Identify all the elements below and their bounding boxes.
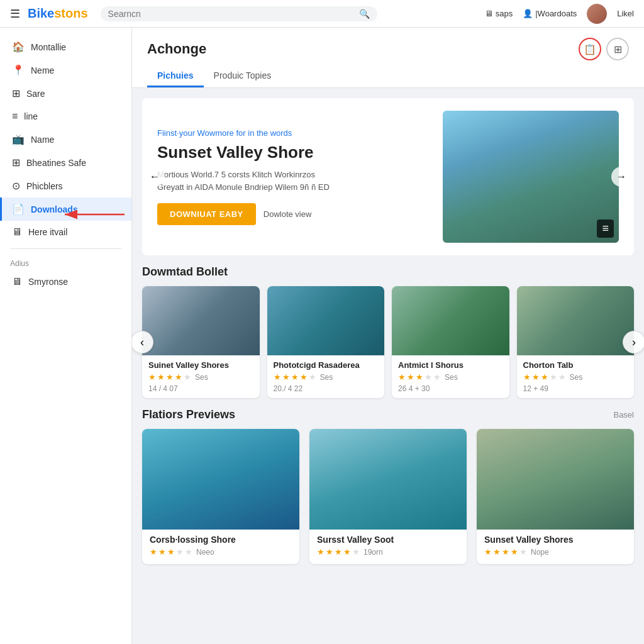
hero-prev-button[interactable]: ← <box>145 167 165 187</box>
card-3-stars: ★★★★★ Ses <box>398 372 503 382</box>
sidebar-item-line[interactable]: ≡ line <box>0 105 131 128</box>
card-1-title: Suinet Valley Shores <box>148 360 253 370</box>
grid-icon: ⊞ <box>12 87 20 99</box>
home-icon: 🏠 <box>12 41 25 53</box>
cards-row: Suinet Valley Shores ★★★★★ Ses 14 / 4 07… <box>142 286 634 398</box>
download-button[interactable]: DOWNIUAT EABY <box>157 203 256 225</box>
preview-2-title: Sursst Valley Soot <box>317 535 459 545</box>
card-4-title: Chorton Talb <box>523 360 628 370</box>
tabs: Pichuies Produic Topies <box>147 65 629 87</box>
sidebar-item-here-itvail[interactable]: 🖥 Here itvail <box>0 221 131 243</box>
sidebar-item-sare[interactable]: ⊞ Sare <box>0 82 131 105</box>
tv-icon: 📺 <box>12 133 25 145</box>
preview-3-stars: ★★★★★ Nope <box>484 547 626 557</box>
sidebar-item-phicblers[interactable]: ⊙ Phicblers <box>0 174 131 197</box>
card-1-stars: ★★★★★ Ses <box>148 372 253 382</box>
previews-row: Corsb·lossing Shore ★★★★★ Neeo Sursst Va… <box>142 429 634 564</box>
card-3-meta: 26 4 + 30 <box>398 384 503 393</box>
preview-1-title: Corsb·lossing Shore <box>150 535 292 545</box>
search-input[interactable] <box>108 9 359 19</box>
hero-description: Mortious World.7 5 corsts Klitch Workinr… <box>157 169 428 193</box>
header: ☰ Bikestons 🔍 🖥 saps 👤 |Woardoats Likel <box>0 0 644 28</box>
lines-icon: ≡ <box>12 111 18 122</box>
sidebar-section-adius: Adius <box>0 254 131 270</box>
person-icon: 👤 <box>523 9 533 18</box>
woardoats-link[interactable]: 👤 |Woardoats <box>523 9 577 18</box>
sidebar-item-bheatines-safe[interactable]: ⊞ Bheatines Safe <box>0 151 131 174</box>
cards-wrapper: ‹ Suinet Valley Shores ★★★★★ Ses 14 / 4 … <box>142 286 634 398</box>
sidebar-item-label: Neme <box>31 65 54 75</box>
sidebar-item-label: Montallie <box>31 42 66 52</box>
preview-card-1[interactable]: Corsb·lossing Shore ★★★★★ Neeo <box>142 429 299 564</box>
sidebar-divider <box>10 248 121 249</box>
flat-previews-link[interactable]: Basel <box>613 410 634 419</box>
page-title: Achonge <box>147 41 206 57</box>
download-bollet-section: Dowmtad Bollet ‹ Suinet Valley Shores ★★… <box>142 265 634 398</box>
sidebar-item-label: Name <box>31 135 54 145</box>
page-header-actions: 📋 ⊞ <box>579 38 629 60</box>
hero-section: ← Fiinst·your Wowmore for in the words S… <box>142 98 634 255</box>
preview-3-title: Sunset Valley Shores <box>484 535 626 545</box>
card-4-meta: 12 + 49 <box>523 384 628 393</box>
tab-product-topics[interactable]: Produic Topies <box>204 65 282 87</box>
tab-pictures[interactable]: Pichuies <box>147 65 204 87</box>
header-right: 🖥 saps 👤 |Woardoats Likel <box>485 4 634 24</box>
preview-1-stars: ★★★★★ Neeo <box>150 547 292 557</box>
card-2-meta: 20./ 4 22 <box>274 384 379 393</box>
card-4-stars: ★★★★★ Ses <box>523 372 628 382</box>
downloads-icon: 📄 <box>12 203 25 215</box>
sidebar-item-label: line <box>24 111 38 121</box>
hero-tagline: Fiinst·your Wowmore for in the words <box>157 128 428 138</box>
card-3-title: Antmict l Shorus <box>398 360 503 370</box>
card-2-title: Phototcigd Rasaderea <box>274 360 379 370</box>
cards-next-button[interactable]: › <box>623 331 644 353</box>
download-bollet-title: Dowmtad Bollet <box>142 265 228 279</box>
preview-2-stars: ★★★★★ 19orn <box>317 547 459 557</box>
sidebar-item-smyronse[interactable]: 🖥 Smyronse <box>0 270 131 293</box>
sidebar-item-label: Sare <box>26 89 45 99</box>
main-content: Achonge 📋 ⊞ Pichuies Produic Topies ← Fi… <box>132 28 644 644</box>
sidebar: 🏠 Montallie 📍 Neme ⊞ Sare ≡ line 📺 Name … <box>0 28 132 644</box>
saps-link[interactable]: 🖥 saps <box>485 9 513 18</box>
copy-button[interactable]: 📋 <box>579 38 601 60</box>
sidebar-item-downloads[interactable]: 📄 Downloads <box>0 197 131 221</box>
menu-icon[interactable]: ☰ <box>10 7 20 21</box>
preview-card-3[interactable]: Sunset Valley Shores ★★★★★ Nope <box>477 429 634 564</box>
safe-icon: ⊞ <box>12 157 20 169</box>
saps-icon: 🖥 <box>485 9 493 18</box>
card-3[interactable]: Antmict l Shorus ★★★★★ Ses 26 4 + 30 <box>392 286 509 398</box>
sidebar-item-name[interactable]: 📺 Name <box>0 128 131 151</box>
card-1-meta: 14 / 4 07 <box>148 384 253 393</box>
sidebar-item-montallie[interactable]: 🏠 Montallie <box>0 35 131 58</box>
monitor-icon: 🖥 <box>12 226 22 238</box>
sidebar-item-label: Smyronse <box>28 277 68 287</box>
card-1[interactable]: Suinet Valley Shores ★★★★★ Ses 14 / 4 07 <box>142 286 260 398</box>
settings-button[interactable]: ⊞ <box>606 38 629 60</box>
card-4[interactable]: Chorton Talb ★★★★★ Ses 12 + 49 <box>517 286 635 398</box>
flat-previews-title: Flatiors Previews <box>142 408 235 421</box>
list-icon: ≡ <box>597 219 614 238</box>
circle-icon: ⊙ <box>12 180 20 192</box>
smyronse-icon: 🖥 <box>12 276 22 287</box>
user-name: Likel <box>617 9 634 18</box>
hero-image: ≡ <box>443 111 619 243</box>
preview-card-2[interactable]: Sursst Valley Soot ★★★★★ 19orn <box>309 429 467 564</box>
hero-next-button[interactable]: → <box>611 167 631 187</box>
view-link[interactable]: Dowlote view <box>264 209 312 219</box>
hero-content: Fiinst·your Wowmore for in the words Sun… <box>157 128 428 225</box>
logo: Bikestons <box>28 6 88 21</box>
page-header: Achonge 📋 ⊞ Pichuies Produic Topies <box>132 28 644 88</box>
sidebar-item-label: Here itvail <box>28 227 67 237</box>
search-icon: 🔍 <box>359 9 370 19</box>
sidebar-item-label: Bheatines Safe <box>26 158 86 168</box>
search-bar: 🔍 <box>101 6 377 21</box>
sidebar-item-neme[interactable]: 📍 Neme <box>0 58 131 82</box>
layout: 🏠 Montallie 📍 Neme ⊞ Sare ≡ line 📺 Name … <box>0 28 644 644</box>
location-icon: 📍 <box>12 64 25 76</box>
sidebar-item-label: Downloads <box>31 204 78 214</box>
avatar[interactable] <box>587 4 607 24</box>
card-2[interactable]: Phototcigd Rasaderea ★★★★★ Ses 20./ 4 22 <box>267 286 385 398</box>
flat-previews-section: Flatiors Previews Basel Corsb·lossing Sh… <box>142 408 634 564</box>
card-2-stars: ★★★★★ Ses <box>274 372 379 382</box>
hero-title: Sunset Valley Shore <box>157 143 428 162</box>
